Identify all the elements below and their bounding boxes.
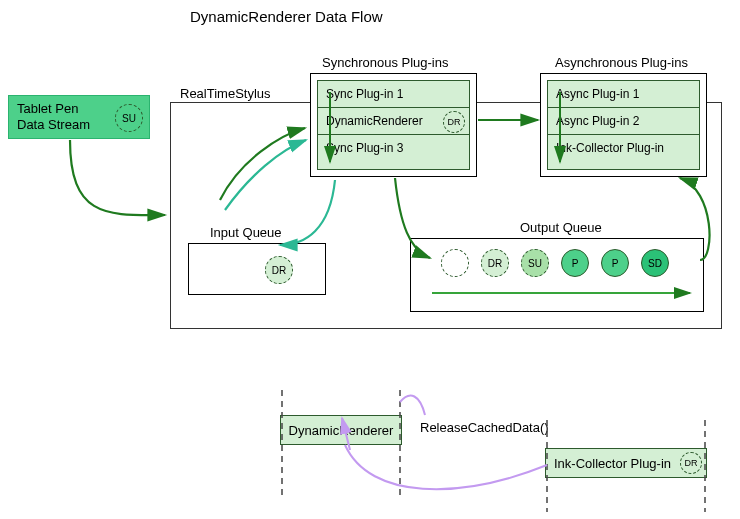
- arrow-sync-to-output: [395, 178, 430, 258]
- arrows-layer: [0, 0, 740, 519]
- arrow-ink-to-dyn-path: [345, 445, 547, 489]
- arrow-output-to-async: [680, 178, 710, 260]
- arrow-rts-to-sync: [220, 128, 305, 200]
- arrow-ink-to-dyn-curl: [400, 396, 425, 415]
- arrow-sync-to-input: [280, 180, 335, 245]
- arrow-source-to-rts: [70, 140, 165, 215]
